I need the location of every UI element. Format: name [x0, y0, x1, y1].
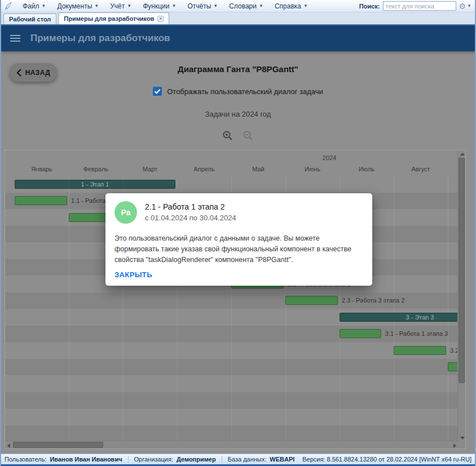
- menu-item-label: Отчёты: [187, 2, 211, 10]
- scroll-up-arrow-icon[interactable]: [460, 153, 465, 156]
- separator: [128, 456, 129, 463]
- task-dialog-body: Это пользовательский диалог с данными о …: [114, 233, 364, 265]
- chevron-down-icon: ▼: [467, 3, 471, 8]
- tab-close-icon[interactable]: ×: [157, 16, 164, 22]
- chevron-left-icon: [16, 69, 21, 77]
- gantt-month-label: Апрель: [193, 166, 214, 172]
- menu-item-label: Справка: [275, 2, 301, 10]
- task-dialog: Pa 2.1 - Работа 1 этапа 2 с 01.04.2024 п…: [105, 193, 372, 286]
- vertical-scrollbar-thumb[interactable]: [459, 158, 465, 383]
- zoom-controls: [0, 130, 476, 141]
- menu-item[interactable]: Документы▼: [51, 0, 104, 12]
- zoom-out-icon[interactable]: [243, 130, 254, 141]
- dialog-close-button[interactable]: ЗАКРЫТЬ: [114, 270, 152, 279]
- search-input[interactable]: [383, 1, 456, 11]
- status-field-label: Организация:: [134, 456, 173, 463]
- horizontal-scrollbar-thumb[interactable]: [13, 442, 103, 448]
- menu-item[interactable]: Справка▼: [269, 0, 314, 12]
- app-window: Файл▼Документы▼Учёт▼Функции▼Отчёты▼Слова…: [0, 0, 476, 466]
- dialog-toggle-row: Отображать пользовательский диалог задач…: [0, 87, 476, 96]
- vertical-scrollbar[interactable]: [457, 150, 465, 442]
- horizontal-scrollbar[interactable]: [5, 441, 459, 449]
- back-button-label: НАЗАД: [25, 69, 51, 77]
- gantt-month-label: Июнь: [305, 166, 320, 172]
- checkmark-icon: [153, 87, 162, 96]
- menu-item-label: Функции: [143, 2, 169, 10]
- gantt-month-label: Июль: [359, 166, 374, 172]
- menu-items: Файл▼Документы▼Учёт▼Функции▼Отчёты▼Слова…: [17, 0, 314, 12]
- search-box: Поиск: ⚙ ▼: [359, 1, 471, 11]
- hamburger-menu-icon[interactable]: [10, 35, 20, 42]
- gantt-bar[interactable]: 3 - Этап 3: [340, 313, 463, 322]
- gantt-row: [5, 392, 463, 409]
- show-dialog-checkbox-label: Отображать пользовательский диалог задач…: [167, 87, 323, 96]
- menu-item[interactable]: Функции▼: [137, 0, 182, 12]
- status-field-value: Демопример: [177, 456, 216, 463]
- gantt-bar[interactable]: [340, 329, 381, 338]
- settings-gear-icon[interactable]: ⚙ ▼: [459, 2, 471, 10]
- scroll-right-arrow-icon[interactable]: [453, 443, 456, 448]
- show-dialog-checkbox[interactable]: [153, 87, 162, 96]
- chevron-down-icon: ▼: [259, 3, 263, 8]
- status-bar: Пользователь:Иванов Иван ИвановичОрганиз…: [0, 454, 476, 466]
- gantt-bar[interactable]: [285, 296, 338, 305]
- gantt-month-label: Февраль: [83, 166, 109, 172]
- task-dialog-dates: с 01.04.2024 по 30.04.2024: [145, 214, 236, 222]
- gantt-bar[interactable]: [15, 196, 67, 205]
- tab-label: Примеры для разработчиков: [64, 15, 154, 22]
- menu-item[interactable]: Учёт▼: [104, 0, 137, 12]
- menu-item-label: Документы: [57, 2, 92, 10]
- task-avatar: Pa: [114, 201, 137, 224]
- gantt-gridline: [448, 176, 448, 442]
- separator: [222, 456, 222, 463]
- chevron-down-icon: ▼: [213, 3, 218, 8]
- menu-item[interactable]: Словари▼: [223, 0, 269, 12]
- gantt-row: [5, 425, 463, 442]
- gantt-month-label: Март: [143, 166, 157, 172]
- status-field-label: База данных:: [228, 456, 267, 463]
- gantt-bar-label: 3.1 - Работа 1 этапа 3: [385, 329, 448, 338]
- scroll-left-arrow-icon[interactable]: [7, 443, 10, 448]
- chevron-down-icon: ▼: [171, 3, 176, 8]
- chevron-down-icon: ▼: [127, 3, 131, 8]
- gantt-row: [5, 409, 463, 425]
- menu-item-label: Словари: [229, 2, 257, 10]
- back-button[interactable]: НАЗАД: [10, 63, 57, 82]
- menu-item-label: Файл: [23, 2, 39, 10]
- task-dialog-header: Pa 2.1 - Работа 1 этапа 2 с 01.04.2024 п…: [114, 201, 363, 224]
- task-dialog-title: 2.1 - Работа 1 этапа 2: [145, 202, 236, 211]
- tab-strip: Рабочий столПримеры для разработчиков×: [0, 12, 476, 25]
- gantt-bar[interactable]: 1 - Этап 1: [15, 180, 175, 189]
- zoom-in-icon[interactable]: [222, 130, 233, 141]
- menu-item[interactable]: Отчёты▼: [182, 0, 223, 12]
- status-field-value: Иванов Иван Иванович: [50, 456, 122, 463]
- gantt-month-label: Август: [411, 166, 430, 172]
- menu-item-label: Учёт: [110, 2, 125, 10]
- module-header: Примеры для разработчиков: [1, 25, 475, 51]
- status-field-label: Пользователь:: [5, 456, 46, 463]
- gantt-bar[interactable]: [394, 346, 446, 355]
- search-label: Поиск:: [359, 3, 380, 10]
- gantt-row: [5, 375, 463, 392]
- chart-subtitle: Задачи на 2024 год: [0, 110, 476, 118]
- app-logo-quill-icon: [3, 2, 12, 11]
- tab[interactable]: Рабочий стол: [3, 14, 56, 24]
- gantt-gridline: [394, 176, 394, 442]
- gantt-month-label: Январь: [31, 166, 52, 172]
- page-title: Диаграмма Ганта "P8PGantt": [0, 64, 476, 74]
- module-title: Примеры для разработчиков: [30, 33, 170, 44]
- chevron-down-icon: ▼: [94, 3, 99, 8]
- tab[interactable]: Примеры для разработчиков×: [58, 12, 169, 24]
- chevron-down-icon: ▼: [303, 3, 308, 8]
- gantt-month-label: Май: [252, 166, 265, 172]
- tab-label: Рабочий стол: [9, 16, 51, 23]
- scroll-down-arrow-icon[interactable]: [460, 437, 465, 440]
- chevron-down-icon: ▼: [42, 3, 46, 8]
- window-border-left: [0, 0, 1, 466]
- gantt-bar-label: 2.3 - Работа 3 этапа 2: [342, 296, 404, 305]
- gantt-year-label: 2024: [323, 154, 336, 161]
- gantt-row: [5, 359, 463, 376]
- menu-item[interactable]: Файл▼: [17, 0, 51, 12]
- status-field-value: WEBAPI: [270, 456, 294, 463]
- version-text: Версия: 8.561.8824.13280 от 28.02.2024 […: [302, 456, 471, 463]
